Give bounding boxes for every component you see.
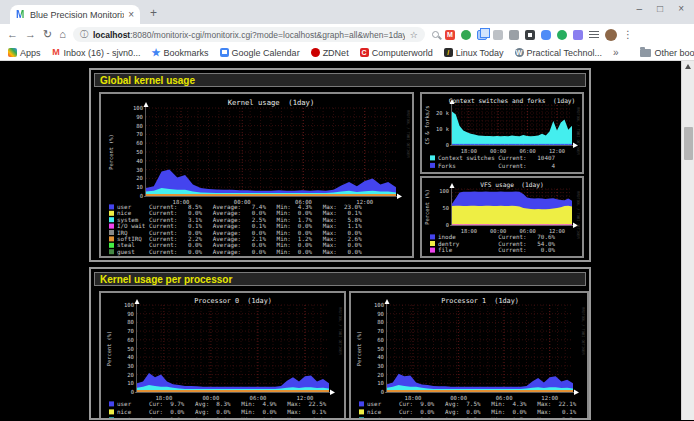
svg-text:60: 60 [127,337,134,343]
svg-text:RRDTOOL / TOBI OETIKER: RRDTOOL / TOBI OETIKER [576,191,580,239]
svg-text:RRDTOOL / TOBI OETIKER: RRDTOOL / TOBI OETIKER [576,107,580,155]
browser-tab[interactable]: M Blue Precision Monitorix × [10,5,140,24]
other-bookmarks-button[interactable]: Other bookmarks [640,48,694,58]
bookmark-practical-technology[interactable]: W Practical Technol... [515,48,602,58]
svg-text:20: 20 [136,175,143,181]
url-text: localhost:8080/monitorix-cgi/monitorix.c… [93,30,405,40]
bookmark-star-icon[interactable]: ☆ [410,30,418,40]
menu-icon[interactable]: ⋮ [623,29,633,40]
svg-text:80: 80 [127,319,134,325]
svg-text:100: 100 [133,105,143,111]
window-close-button[interactable]: × [678,3,684,14]
scrollbar-up-icon[interactable] [685,64,691,69]
puzzle-icon[interactable] [573,30,583,40]
svg-text:nice Cur: 0.0% Avg: 0.: nice Cur: 0.0% Avg: 0.0% Min: 0.0% Max: … [117,409,327,416]
tab-close-icon[interactable]: × [128,9,134,20]
window-maximize-button[interactable]: □ [657,3,663,14]
folder-icon [640,49,651,57]
new-tab-button[interactable]: + [150,6,157,20]
linux-today-icon: / [444,48,453,57]
svg-text:70: 70 [127,328,134,334]
dark-app-icon[interactable] [525,30,535,40]
bookmark-zdnet[interactable]: ZDNet [311,48,349,58]
bookmark-computerworld[interactable]: C Computerworld [360,48,433,58]
calendar-icon [220,48,229,57]
svg-text:0: 0 [131,389,134,395]
svg-text:18:00: 18:00 [461,148,477,154]
globe-icon[interactable] [461,30,471,40]
svg-text:80: 80 [377,319,384,325]
blue-app-icon[interactable] [541,30,551,40]
svg-text:40: 40 [136,158,143,164]
search-icon[interactable] [432,31,439,38]
svg-text:file Current: 0: file Current: 0.0% [438,247,555,253]
svg-text:Kernel usage (1day): Kernel usage (1day) [228,98,315,107]
wordpress-icon: W [515,48,524,57]
zdnet-icon [311,48,320,57]
svg-text:20 k: 20 k [436,110,450,116]
svg-text:Forks Current:: Forks Current: 4 [438,163,555,169]
address-bar[interactable]: ⓘ localhost:8080/monitorix-cgi/monitorix… [73,27,425,42]
list-icon[interactable] [589,31,599,38]
bookmark-linux-today[interactable]: / Linux Today [444,48,504,58]
svg-text:70: 70 [377,328,384,334]
copy-icon[interactable] [477,30,487,40]
svg-text:100: 100 [439,188,449,194]
svg-text:50: 50 [377,346,384,352]
svg-text:0: 0 [140,193,143,199]
svg-text:10: 10 [377,380,384,386]
svg-text:50: 50 [443,205,450,211]
home-button[interactable]: ⌂ [59,29,66,40]
kernel-usage-graph[interactable]: 010203040506070809010018:0000:0006:0012:… [99,92,414,258]
gmail-icon[interactable]: M [445,30,455,40]
svg-text:90: 90 [377,311,384,317]
processor-0-graph[interactable]: 010203040506070809010018:0000:0006:0012:… [99,291,346,420]
svg-text:RRDTOOL / TOBI OETIKER: RRDTOOL / TOBI OETIKER [581,307,585,355]
url-host: localhost [93,30,130,40]
svg-text:guest Current: 0.0% Ave: guest Current: 0.0% Average: 0.0% Min: 0… [117,249,362,256]
back-button[interactable]: ← [7,29,18,40]
svg-text:30: 30 [377,363,384,369]
context-switches-graph[interactable]: 010 k20 k18:0000:0006:0012:00Context swi… [420,92,584,174]
bookmarks-overflow-button[interactable]: » [613,47,619,58]
svg-text:60: 60 [136,140,143,146]
svg-text:00:00: 00:00 [490,148,506,154]
svg-text:70: 70 [136,131,143,137]
scrollbar-thumb[interactable] [684,127,693,160]
bookmark-apps[interactable]: Apps [8,48,41,58]
section-global-kernel-usage: Global kernel usage 01020304050607080901… [89,68,591,262]
speaker-icon[interactable] [509,30,519,40]
svg-text:0: 0 [446,222,449,228]
monitorix-page: Global kernel usage 01020304050607080901… [0,61,694,420]
svg-text:Percent (%): Percent (%) [424,189,430,225]
page-info-icon[interactable]: ⓘ [80,29,88,40]
svg-text:Context switches Current: 10: Context switches Current: 10407 [438,155,555,161]
svg-text:system Cur: 3.3% Avg: 2.: system Cur: 3.3% Avg: 2.0% Min: 1.8% Max… [117,417,327,420]
window-minimize-button[interactable]: – [637,3,643,14]
svg-text:40: 40 [377,354,384,360]
svg-text:inode Current: 70: inode Current: 70.6% [438,234,555,240]
svg-text:10 k: 10 k [436,126,450,132]
page-scrollbar[interactable] [681,61,694,420]
bookmark-inbox[interactable]: M Inbox (16) - sjvn0... [52,48,141,58]
svg-text:Processor 1 (1day): Processor 1 (1day) [441,297,519,305]
svg-text:50: 50 [127,346,134,352]
bookmark-bookmarks[interactable]: ★ Bookmarks [152,48,209,58]
processor-1-graph[interactable]: 010203040506070809010018:0000:0006:0012:… [349,291,589,420]
gray-app-icon[interactable] [493,30,503,40]
svg-text:0: 0 [446,142,449,148]
svg-text:Processor 0 (1day): Processor 0 (1day) [194,297,272,305]
bookmark-google-calendar[interactable]: Google Calendar [220,48,300,58]
section-title: Global kernel usage [94,73,586,87]
green-app-icon[interactable] [557,30,567,40]
forward-button[interactable]: → [25,29,36,40]
gmail-icon: M [52,48,61,57]
avatar[interactable] [605,29,617,41]
vfs-usage-graph[interactable]: 05010018:0000:0006:0012:00VFS usage (1da… [420,176,584,258]
reload-button[interactable]: ↻ [43,29,52,40]
svg-text:30: 30 [127,363,134,369]
svg-text:100: 100 [124,302,134,308]
star-icon: ★ [152,48,161,57]
browser-titlebar: M Blue Precision Monitorix × + – □ × [0,0,694,24]
browser-toolbar: ← → ↻ ⌂ ⓘ localhost:8080/monitorix-cgi/m… [0,24,694,45]
